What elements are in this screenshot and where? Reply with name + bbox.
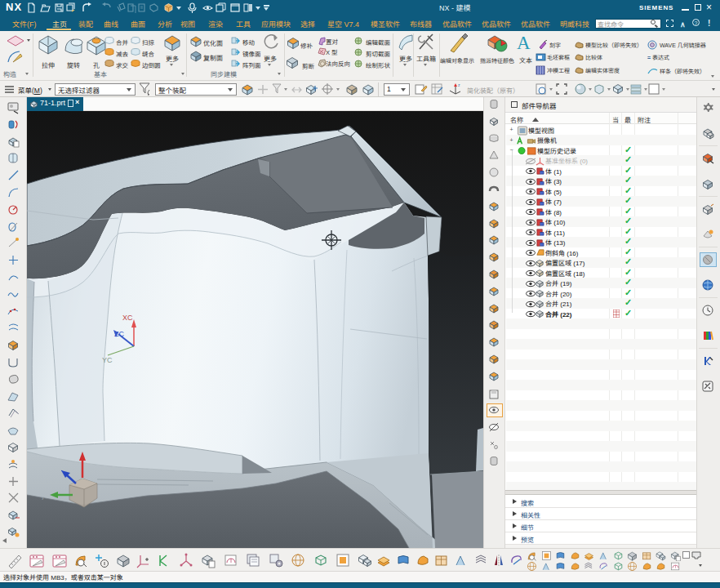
svg-text:ZC: ZC	[114, 330, 124, 338]
svg-text:YC: YC	[102, 356, 113, 364]
svg-text:XC: XC	[122, 314, 133, 322]
svg-text:y: y	[42, 495, 44, 500]
svg-text:z: z	[458, 82, 460, 87]
